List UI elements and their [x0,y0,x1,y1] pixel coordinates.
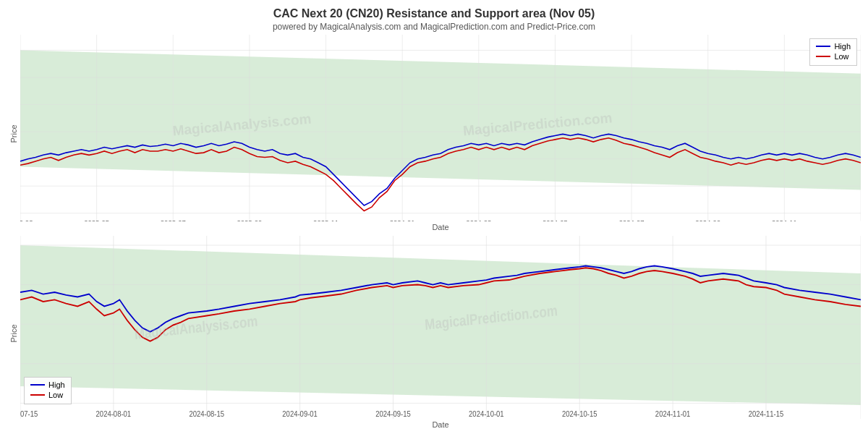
chart1-x-label: Date [20,221,861,233]
svg-text:2024-10-15: 2024-10-15 [562,408,597,417]
chart2-low-label: Low [48,391,63,399]
svg-text:2024-07: 2024-07 [619,218,644,221]
chart2-legend-low: Low [30,391,65,399]
chart2-high-line [30,384,45,386]
chart2-svg-area: 11500 11000 10500 10000 2024-07-15 2024-… [20,236,861,419]
svg-text:2024-11-15: 2024-11-15 [749,408,784,417]
chart2-high-label: High [48,380,65,389]
svg-text:2024-08-15: 2024-08-15 [189,408,224,417]
svg-marker-1 [20,50,861,190]
chart1-legend-high: High [816,42,851,51]
chart2-container: Price [7,236,861,430]
page-subtitle: powered by MagicalAnalysis.com and Magic… [7,22,861,32]
svg-text:2024-11: 2024-11 [772,218,797,221]
chart1-svg-area: 13000 12500 12000 11500 11000 10500 1000… [20,35,861,221]
main-container: CAC Next 20 (CN20) Resistance and Suppor… [0,0,868,434]
chart1-svg: 13000 12500 12000 11500 11000 10500 1000… [20,35,861,221]
chart2-low-line [30,394,45,396]
svg-text:2023-07: 2023-07 [161,218,186,221]
svg-text:2024-10-01: 2024-10-01 [469,408,504,417]
svg-text:2024-09-01: 2024-09-01 [282,408,318,417]
chart1-high-line [816,46,830,47]
svg-text:2024-11-01: 2024-11-01 [655,408,691,417]
svg-text:2024-03: 2024-03 [466,218,491,221]
chart2-legend-high: High [30,380,65,389]
charts-wrapper: Price [7,35,861,430]
chart2-svg: 11500 11000 10500 10000 2024-07-15 2024-… [20,236,861,419]
svg-text:2024-01: 2024-01 [390,218,415,221]
chart1-container: Price [7,35,861,233]
svg-text:2024-09: 2024-09 [695,218,720,221]
chart2-x-label: Date [20,419,861,430]
chart1-inner: 13000 12500 12000 11500 11000 10500 1000… [20,35,861,233]
svg-text:2024-07-15: 2024-07-15 [20,408,38,417]
page-title: CAC Next 20 (CN20) Resistance and Suppor… [7,7,861,20]
chart1-legend-low: Low [816,52,851,61]
chart1-legend: High Low [809,38,857,66]
svg-text:2024-08-01: 2024-08-01 [96,408,132,417]
chart2-y-label: Price [7,236,20,430]
chart1-y-label: Price [7,35,20,233]
chart1-low-line [816,56,830,57]
svg-text:2023-05: 2023-05 [84,218,109,221]
chart1-low-label: Low [834,52,848,61]
svg-text:2023-09: 2023-09 [237,218,262,221]
chart2-inner: 11500 11000 10500 10000 2024-07-15 2024-… [20,236,861,430]
chart1-high-label: High [834,42,851,51]
svg-text:2024-05: 2024-05 [542,218,568,221]
chart2-legend: High Low [24,377,72,404]
svg-text:2023-11: 2023-11 [313,218,339,221]
svg-text:2023-03: 2023-03 [20,218,33,221]
svg-text:2024-09-15: 2024-09-15 [375,408,411,417]
